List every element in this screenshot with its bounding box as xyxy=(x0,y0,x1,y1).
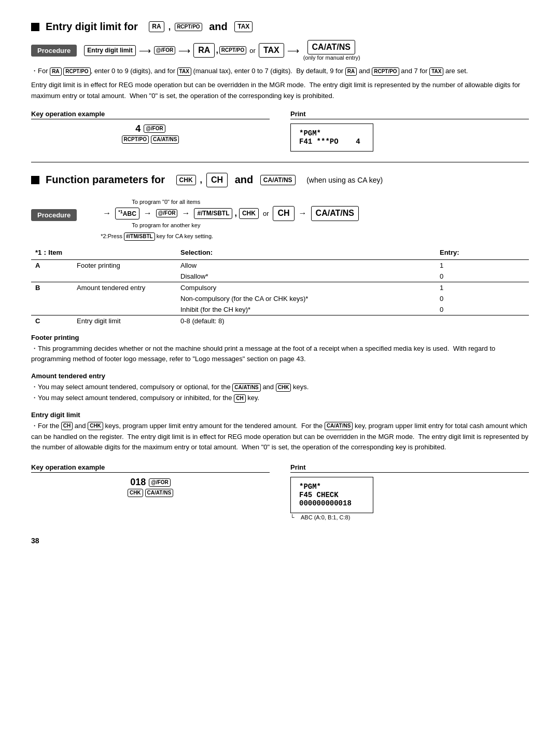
flow2-abc: *1ABC xyxy=(115,208,139,219)
item-a: A xyxy=(31,259,73,271)
black-square-icon-2 xyxy=(31,176,39,184)
flow-note: (only for manual entry) xyxy=(303,54,360,61)
at-caatns: CA/AT/NS xyxy=(232,383,260,392)
flow-tax: TAX xyxy=(259,43,284,58)
section2: Function parameters for CHK , CH and CA/… xyxy=(31,173,529,521)
key-rcptpo-title: RCPT/PO xyxy=(175,23,202,31)
th-item: *1：Item xyxy=(31,246,73,260)
print2-line2: F45 CHECK xyxy=(299,491,365,499)
at-ch: CH xyxy=(234,394,245,403)
sel-inhibit: Inhibit (for the CH key)* xyxy=(176,304,436,315)
ed-ch: CH xyxy=(61,422,73,430)
flow2-for: @/FOR xyxy=(156,209,178,217)
star-note: *2:Press #/TM/SBTL key for CA key settin… xyxy=(101,232,359,241)
col-print-1: Print *PGM* F41 ***PO 4 xyxy=(290,110,529,152)
sel-digit: 0-8 (default: 8) xyxy=(176,315,436,326)
procedure-badge-1: Procedure xyxy=(31,45,77,57)
page-number: 38 xyxy=(31,537,529,545)
entry-inhibit: 0 xyxy=(436,304,529,315)
flow-diagram-1: Entry digit limit ⟶ @/FOR ⟶ RA , RCPT/PO… xyxy=(84,40,360,61)
at-chk: CHK xyxy=(276,383,291,392)
flow-comma: , xyxy=(216,46,218,55)
bullet-section-1: ・For RA RCPT/PO, enter 0 to 9 (digits), … xyxy=(31,66,529,101)
arrow3: ⟶ xyxy=(287,46,299,56)
flow-rcptpo: RCPT/PO xyxy=(219,46,246,54)
b1-tax2: TAX xyxy=(429,67,443,76)
section1-title: Entry digit limit for RA , RCPT/PO and T… xyxy=(31,21,529,33)
entry-compulsory: 1 xyxy=(436,282,529,293)
b1-rcptpo: RCPT/PO xyxy=(63,67,90,76)
key-op-sub-1: RCPT/PO CA/AT/NS xyxy=(122,135,179,144)
table-row: C Entry digit limit 0-8 (default: 8) xyxy=(31,315,529,326)
sel-disallow: Disallow* xyxy=(176,271,436,282)
key-op-chk: CHK xyxy=(128,489,143,497)
col-example-1: Key operation example 4 @/FOR RCPT/PO CA… xyxy=(31,110,270,152)
bullet-1: ・For RA RCPT/PO, enter 0 to 9 (digits), … xyxy=(31,66,529,77)
entry-digit-text: ・For the CH and CHK keys, program upper … xyxy=(31,421,529,453)
entry-digit-heading: Entry digit limit xyxy=(31,411,529,419)
flow-caatns: CA/AT/NS xyxy=(307,40,355,54)
footer-printing-section: Footer printing ・This programming decide… xyxy=(31,334,529,365)
col-example-header-2: Key operation example xyxy=(31,463,270,473)
b1-tax: TAX xyxy=(177,67,191,76)
procedure-badge-2: Procedure xyxy=(31,209,77,221)
flow2-comma: , xyxy=(234,209,236,218)
print-box-2: *PGM* F45 CHECK 000000000018 xyxy=(290,477,373,513)
flow-or: or xyxy=(249,47,256,54)
desc-c: Entry digit limit xyxy=(73,315,176,326)
bottom-label: To program for another key xyxy=(132,222,359,228)
table-row: B Amount tendered entry Compulsory 1 xyxy=(31,282,529,293)
entry-digit xyxy=(436,315,529,326)
ed-caatns: CA/AT/NS xyxy=(325,422,353,430)
amount-tendered-section: Amount tendered entry ・You may select am… xyxy=(31,372,529,404)
flow2-tmstbl: #/TM/SBTL xyxy=(194,208,232,219)
print-line2: F41 ***PO 4 xyxy=(299,138,365,146)
arrow2: ⟶ xyxy=(178,46,190,56)
b1-rcptpo2: RCPT/PO xyxy=(372,67,399,76)
divider-1 xyxy=(31,162,529,162)
ed-chk: CHK xyxy=(88,422,103,430)
key-tax-title: TAX xyxy=(234,21,253,32)
key-op-1: 4 @/FOR RCPT/PO CA/AT/NS xyxy=(31,123,270,144)
flow2-chk: CHK xyxy=(239,208,259,219)
item-b: B xyxy=(31,282,73,293)
footer-printing-heading: Footer printing xyxy=(31,334,529,341)
key-op-for-2: @/FOR xyxy=(149,478,171,487)
print2-line1: *PGM* xyxy=(299,483,365,491)
col-print-2: Print *PGM* F45 CHECK 000000000018 └ ABC… xyxy=(290,463,529,521)
flow-ra: RA xyxy=(193,43,215,58)
footer-printing-text: ・This programming decides whether or not… xyxy=(31,343,529,365)
table-row: A Footer printing Allow 1 xyxy=(31,259,529,271)
key-op-main-2: 018 xyxy=(130,477,146,488)
key-ch-title: CH xyxy=(206,173,228,187)
key-op-caatns-2: CA/AT/NS xyxy=(145,489,173,497)
arr-for: → xyxy=(181,209,190,218)
flow-for: @/FOR xyxy=(154,46,176,54)
col-print-header-1: Print xyxy=(290,110,529,119)
sel-noncompulsory: Non-compulsory (for the CA or CHK keys)* xyxy=(176,293,436,304)
print2-footnote: └ ABC (A:0, B:1, C:8) xyxy=(290,514,373,520)
amount-tendered-heading: Amount tendered entry xyxy=(31,372,529,380)
flow2-or: or xyxy=(263,210,269,217)
desc-a: Footer printing xyxy=(73,259,176,271)
top-label: To program "0" for all items xyxy=(132,199,359,205)
th-entry: Entry: xyxy=(436,246,529,260)
b1-ra: RA xyxy=(50,67,61,76)
flow-2: → *1ABC → @/FOR → #/TM/SBTL , CHK or CH … xyxy=(101,206,359,221)
key-caatns-title: CA/AT/NS xyxy=(260,175,296,186)
desc-b: Amount tendered entry xyxy=(73,282,176,293)
item-c: C xyxy=(31,315,73,326)
table-row: Non-compulsory (for the CA or CHK keys)*… xyxy=(31,293,529,304)
star-note-key: #/TM/SBTL xyxy=(124,232,155,241)
flow2-caatns: CA/AT/NS xyxy=(311,206,359,221)
bullet-2: Entry digit limit is in effect for REG m… xyxy=(31,80,529,102)
two-col-1: Key operation example 4 @/FOR RCPT/PO CA… xyxy=(31,110,529,152)
amount-bullet-2: ・You may select amount tendered, compuls… xyxy=(31,393,529,404)
sel-compulsory: Compulsory xyxy=(176,282,436,293)
procedure-row-1: Procedure Entry digit limit ⟶ @/FOR ⟶ RA… xyxy=(31,40,529,61)
start-arrow: → xyxy=(103,209,111,218)
print-line1: *PGM* xyxy=(299,129,365,138)
comma1: , xyxy=(169,22,171,32)
print2-line3: 000000000018 xyxy=(299,499,365,507)
print-box-1: *PGM* F41 ***PO 4 xyxy=(290,123,373,152)
